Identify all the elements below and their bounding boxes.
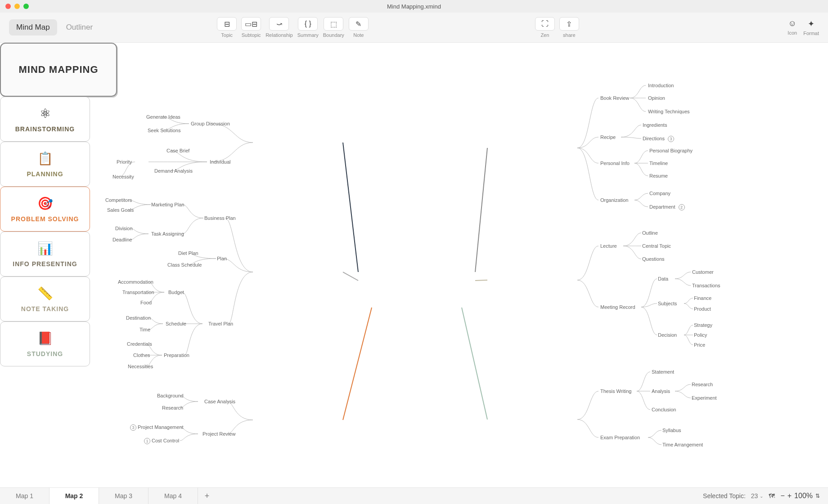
topic-node[interactable]: Transactions [692,283,720,288]
topic-node[interactable]: Central Topic [642,243,671,249]
topic-node[interactable]: Experiment [692,395,717,401]
topic-node[interactable]: Ingredients [643,122,667,128]
format-panel-button[interactable]: ✦Format [803,19,819,36]
zoom-out-button[interactable]: − [780,492,784,500]
zoom-stepper-icon[interactable]: ⇅ [815,493,820,499]
topic-node[interactable]: Decision [658,332,677,338]
share-button[interactable]: ⇪ [559,17,579,31]
topic-node[interactable]: Project Review [202,431,235,437]
topic-node[interactable]: Introduction [648,83,674,88]
boundary-button[interactable]: ⬚ [324,17,343,31]
topic-node[interactable]: Subjects [658,301,677,306]
map-overview-icon[interactable]: 🗺 [769,492,775,500]
topic-node[interactable]: Research [692,382,713,387]
topic-node[interactable]: Food [140,300,152,305]
topic-node[interactable]: Recipe [600,134,616,140]
central-topic[interactable]: MIND MAPPING [0,43,117,97]
sheet-tab[interactable]: Map 1 [0,488,50,504]
topic-node[interactable]: Finance [694,295,711,301]
topic-node[interactable]: Clothes [133,352,150,358]
topic-node[interactable]: Outline [642,230,658,236]
tab-mindmap[interactable]: Mind Map [9,19,57,36]
topic-node[interactable]: Policy [694,332,707,338]
selected-topic-count[interactable]: 23 ⌄ [751,492,764,500]
branch-note-taking[interactable]: 📏NOTE TAKING [0,277,90,321]
topic-node[interactable]: Strategy [694,322,712,328]
topic-node[interactable]: Seek Solutions [148,128,180,133]
canvas[interactable]: MIND MAPPING ⚛BRAINSTORMING 📋PLANNING 🎯P… [0,42,828,488]
branch-brainstorming[interactable]: ⚛BRAINSTORMING [0,97,90,142]
topic-node[interactable]: Customer [692,269,714,275]
branch-info-presenting[interactable]: 📊INFO PRESENTING [0,232,90,277]
topic-node[interactable]: Accommodation [118,279,153,285]
topic-node[interactable]: Data [658,276,668,281]
topic-node[interactable]: Resume [649,173,668,178]
icon-panel-button[interactable]: ☺Icon [788,19,797,36]
topic-node[interactable]: 1 Cost Control [142,438,179,444]
topic-node[interactable]: Meeting Record [600,304,635,310]
sheet-tab[interactable]: Map 3 [99,488,148,504]
topic-node[interactable]: Credentials [127,341,152,347]
topic-node[interactable]: Company [649,191,670,196]
branch-studying[interactable]: 📕STUDYING [0,321,90,366]
topic-node[interactable]: Generate Ideas [146,114,180,120]
topic-node[interactable]: Preparation [164,352,189,358]
topic-node[interactable]: Department 2 [649,204,685,210]
topic-button[interactable]: ⊟ [217,17,237,31]
topic-node[interactable]: Time Arrangement [662,442,703,447]
tab-outliner[interactable]: Outliner [59,19,100,36]
topic-node[interactable]: Deadline [112,237,132,242]
topic-node[interactable]: Directions 3 [643,136,674,142]
topic-node[interactable]: Division [115,226,133,231]
topic-node[interactable]: Timeline [649,161,668,166]
topic-node[interactable]: Questions [642,256,665,262]
topic-node[interactable]: Background [157,393,184,398]
topic-node[interactable]: Analysis [652,388,670,394]
relationship-button[interactable]: ⤻ [269,17,289,31]
topic-node[interactable]: Personal Info [600,161,630,166]
branch-problem-solving[interactable]: 🎯PROBLEM SOLVING [0,187,90,232]
topic-node[interactable]: Case Brief [166,148,189,153]
topic-node[interactable]: Lecture [600,243,617,249]
topic-node[interactable]: Schedule [166,321,186,326]
topic-node[interactable]: Budget [168,290,184,295]
sheet-tab[interactable]: Map 4 [148,488,198,504]
topic-node[interactable]: Organization [600,197,628,203]
topic-node[interactable]: Business Plan [204,215,236,221]
topic-node[interactable]: Individual [210,159,230,165]
topic-node[interactable]: Necessities [128,364,153,369]
branch-planning[interactable]: 📋PLANNING [0,142,90,187]
topic-node[interactable]: Exam Preparation [600,435,640,440]
topic-node[interactable]: Destination [126,315,151,321]
note-button[interactable]: ✎ [349,17,369,31]
topic-node[interactable]: Book Review [600,95,629,101]
topic-node[interactable]: Price [694,342,705,348]
topic-node[interactable]: Product [694,306,711,312]
topic-node[interactable]: Syllabus [662,428,681,433]
topic-node[interactable]: Plan [217,256,227,261]
add-sheet-button[interactable]: + [198,491,216,501]
topic-node[interactable]: Class Schedule [167,262,202,268]
zen-button[interactable]: ⛶ [535,17,555,31]
topic-node[interactable]: Personal Biography [649,148,693,153]
topic-node[interactable]: Competitors [105,197,132,203]
maximize-icon[interactable] [23,4,29,9]
topic-node[interactable]: Necessity [112,174,134,179]
topic-node[interactable]: Statement [652,369,674,375]
topic-node[interactable]: Case Analysis [204,399,235,404]
topic-node[interactable]: Thesis Writing [600,388,631,394]
topic-node[interactable]: Opinion [648,95,665,101]
topic-node[interactable]: 3 Project Management [128,424,184,431]
topic-node[interactable]: Diet Plan [178,250,198,256]
summary-button[interactable]: { } [298,17,318,31]
topic-node[interactable]: Group Discussion [191,121,230,126]
topic-node[interactable]: Task Assigning [151,231,184,236]
topic-node[interactable]: Travel Plan [208,321,233,326]
topic-node[interactable]: Conclusion [652,407,676,412]
topic-node[interactable]: Demand Analysis [154,168,193,174]
topic-node[interactable]: Priority [117,159,132,165]
minimize-icon[interactable] [14,4,20,9]
subtopic-button[interactable]: ▭⊟ [241,17,261,31]
topic-node[interactable]: Research [162,405,183,410]
topic-node[interactable]: Time [140,327,150,332]
